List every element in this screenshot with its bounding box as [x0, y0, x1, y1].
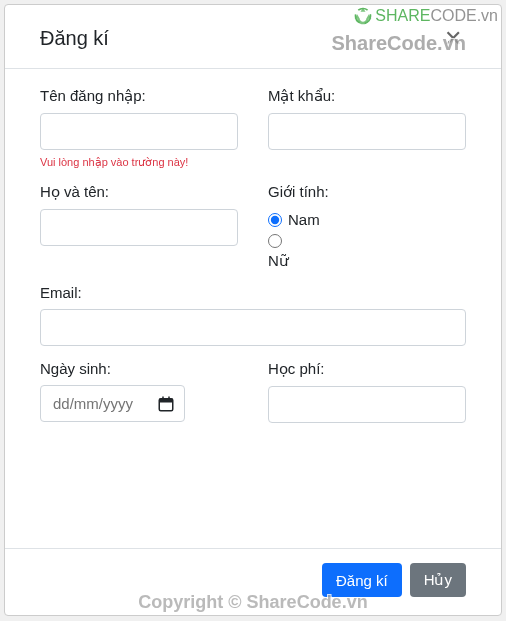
tuition-input[interactable] [268, 386, 466, 423]
username-group: Tên đăng nhập: Vui lòng nhập vào trường … [40, 87, 238, 169]
birthdate-group: Ngày sinh: [40, 360, 238, 423]
gender-group: Giới tính: Nam Nữ [268, 183, 466, 270]
birthdate-input[interactable] [40, 385, 185, 422]
tuition-group: Học phí: [268, 360, 466, 423]
email-label: Email: [40, 284, 466, 301]
watermark-bottom-text: Copyright © ShareCode.vn [138, 592, 367, 613]
password-input[interactable] [268, 113, 466, 150]
fullname-group: Họ và tên: [40, 183, 238, 270]
email-group: Email: [40, 284, 466, 346]
gender-female-radio[interactable] [268, 234, 282, 248]
email-input[interactable] [40, 309, 466, 346]
birthdate-label: Ngày sinh: [40, 360, 238, 377]
modal-body: Tên đăng nhập: Vui lòng nhập vào trường … [5, 69, 501, 548]
modal-title: Đăng kí [40, 27, 109, 50]
password-label: Mật khẩu: [268, 87, 466, 105]
cancel-button[interactable]: Hủy [410, 563, 466, 597]
fullname-label: Họ và tên: [40, 183, 238, 201]
gender-male-label[interactable]: Nam [288, 211, 320, 228]
gender-male-radio[interactable] [268, 213, 282, 227]
username-input[interactable] [40, 113, 238, 150]
register-modal: Đăng kí ✕ Tên đăng nhập: Vui lòng nhập v… [4, 4, 502, 616]
fullname-input[interactable] [40, 209, 238, 246]
recycle-icon [353, 6, 373, 26]
username-label: Tên đăng nhập: [40, 87, 238, 105]
watermark-center-text: ShareCode.vn [332, 32, 466, 55]
username-error: Vui lòng nhập vào trường này! [40, 156, 238, 169]
gender-female-label[interactable]: Nữ [268, 252, 289, 270]
gender-label: Giới tính: [268, 183, 466, 201]
watermark-logo: SHARECODE.vn [353, 6, 498, 26]
tuition-label: Học phí: [268, 360, 466, 378]
password-group: Mật khẩu: [268, 87, 466, 169]
